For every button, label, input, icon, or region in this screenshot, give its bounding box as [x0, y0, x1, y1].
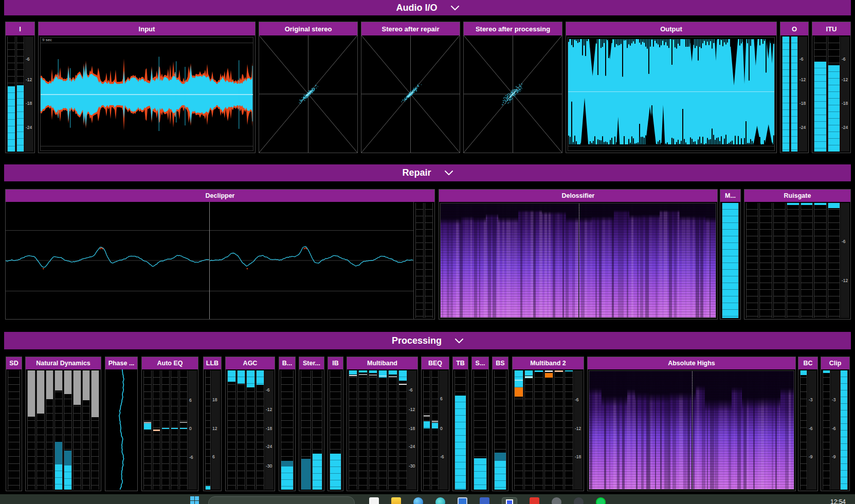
- meter-column: [369, 370, 377, 490]
- meter-segment: [313, 454, 322, 490]
- auto-eq-band-meters: 60-6: [142, 369, 198, 491]
- panel-llb: LLB 18126: [203, 357, 222, 491]
- taskbar-icon-active-app[interactable]: [502, 497, 517, 504]
- meter-segment: [369, 375, 377, 376]
- time-span-label: 9 sec: [41, 38, 253, 43]
- meter-segment: [349, 370, 357, 375]
- bc-meter: -3-6-9: [798, 369, 817, 491]
- meter-column: [8, 370, 20, 490]
- meter-column: [431, 370, 439, 490]
- waveform-footer: [568, 146, 774, 151]
- taskbar-clock[interactable]: 12:54: [830, 498, 846, 504]
- taskbar-icon-notepad[interactable]: [369, 497, 379, 504]
- taskbar-icon-file-explorer[interactable]: [391, 497, 401, 504]
- taskbar-icon-monitor[interactable]: [458, 497, 467, 504]
- panel-header: SD: [6, 357, 22, 369]
- scale-label: -6: [799, 57, 804, 62]
- section-bar-audio-io[interactable]: Audio I/O: [4, 0, 851, 15]
- meter-segment: [545, 373, 553, 378]
- chevron-down-icon[interactable]: [451, 6, 459, 10]
- clip-meter: -3-6-9: [821, 369, 849, 491]
- meter-segment: [359, 374, 367, 375]
- meter-column: [301, 370, 311, 490]
- panel-beq: BEQ 60-6: [421, 357, 449, 491]
- input-level-meter: -6-12-18-24: [6, 35, 34, 153]
- meter-column: [378, 370, 387, 490]
- meter-segment: [399, 384, 407, 385]
- meter-scale: -6-12: [841, 203, 849, 318]
- output-level-meter: -6-12-18-24: [780, 35, 808, 153]
- meter-column: [554, 370, 563, 490]
- meter-segment: [565, 370, 573, 371]
- section-bar-repair[interactable]: Repair: [4, 164, 851, 181]
- delossifier-spectrogram: [440, 203, 716, 318]
- meter-segment: [171, 428, 178, 429]
- panel-header: BC: [798, 357, 817, 369]
- waveform-frame: 9 sec: [40, 37, 253, 151]
- meter-column: [840, 370, 848, 490]
- taskbar-icon-youtube-music[interactable]: [530, 497, 539, 504]
- panel-header: I: [6, 22, 34, 35]
- meter-segment: [180, 428, 187, 429]
- taskbar-icon-mail[interactable]: [480, 497, 489, 504]
- s-meter: [472, 369, 488, 491]
- panel-header: AGC: [226, 357, 275, 369]
- search-box[interactable]: [208, 496, 355, 504]
- panel-multiband-2: Multiband 2 -6-12-18: [512, 357, 584, 491]
- panel-header: Auto EQ: [142, 357, 198, 369]
- meter-column: [227, 370, 236, 490]
- meter-segment: [92, 370, 99, 417]
- taskbar-icon-spotify[interactable]: [596, 497, 606, 504]
- panel-declipper: Declipper: [5, 189, 435, 320]
- panel-tb: TB: [452, 357, 468, 491]
- taskbar-icon-edge[interactable]: [413, 497, 423, 504]
- panel-header: ITU: [812, 22, 850, 35]
- llb-meter: 18126: [204, 369, 221, 491]
- tb-meter: [453, 369, 468, 491]
- start-icon[interactable]: [190, 496, 199, 504]
- meter-segment: [432, 423, 438, 428]
- goniometer-original: [259, 35, 357, 153]
- meter-column: [534, 370, 543, 490]
- taskbar-icon-account[interactable]: [574, 497, 584, 504]
- meter-column: [791, 36, 798, 152]
- meter-column: [161, 370, 170, 490]
- section-title-repair: Repair: [402, 167, 431, 178]
- meter-column: [494, 370, 506, 490]
- section-bar-processing[interactable]: Processing: [4, 332, 851, 349]
- meter-segment: [247, 370, 254, 387]
- panel-phase: Phase ...: [105, 357, 138, 491]
- panel-header: BEQ: [422, 357, 449, 369]
- chevron-down-icon[interactable]: [445, 171, 453, 175]
- meter-scale: -3-6-9: [808, 370, 816, 490]
- chevron-down-icon[interactable]: [455, 339, 463, 343]
- meter-segment: [83, 370, 90, 400]
- meter-column: [388, 370, 397, 490]
- panel-header: Absolute Highs: [588, 357, 795, 369]
- panel-delossifier: Delossifier: [439, 189, 718, 320]
- meter-segment: [330, 454, 341, 490]
- meter-scale: -6-12-18-24-30: [265, 370, 274, 490]
- meter-scale: 18126: [211, 370, 220, 490]
- scale-label: -24: [26, 125, 32, 130]
- scale-label: -18: [26, 101, 32, 106]
- natural-dynamics-meters: [26, 369, 101, 491]
- scale-label: -12: [26, 77, 32, 82]
- declipper-waveform: [6, 202, 414, 319]
- meter-segment: [787, 203, 798, 205]
- taskbar-icon-settings[interactable]: [552, 497, 561, 504]
- meter-segment: [783, 36, 789, 152]
- meter-segment: [64, 370, 71, 394]
- meter-segment: [801, 203, 812, 205]
- meter-segment: [841, 370, 847, 490]
- meter-segment: [823, 370, 830, 373]
- panel-bs: BS: [492, 357, 508, 491]
- meter-segment: [495, 461, 506, 490]
- panel-header: Clip: [821, 357, 849, 369]
- panel-header: Natural Dynamics: [26, 357, 101, 369]
- meter-segment: [814, 62, 826, 152]
- panel-header: Multiband 2: [513, 357, 584, 369]
- taskbar-icon-teams[interactable]: [435, 497, 445, 504]
- scale-label: -6: [809, 426, 813, 431]
- meter-column: [330, 370, 341, 490]
